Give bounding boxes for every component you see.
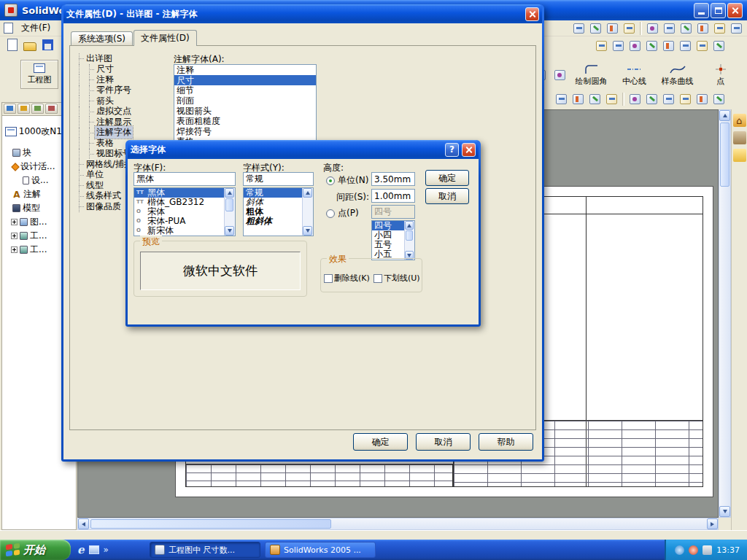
underline-checkbox[interactable] <box>374 274 382 283</box>
chevron-icon[interactable]: » <box>104 545 109 555</box>
font-list-scrollbar[interactable] <box>224 188 235 236</box>
toolbar-icon[interactable] <box>678 92 693 106</box>
volume-icon[interactable] <box>703 545 712 555</box>
open-icon[interactable] <box>23 42 36 51</box>
scroll-up-button[interactable] <box>303 188 312 198</box>
scroll-thumb[interactable] <box>406 230 413 241</box>
maximize-button[interactable] <box>711 3 726 18</box>
expand-icon[interactable] <box>11 233 18 239</box>
underline-label[interactable]: 下划线(U) <box>384 273 420 284</box>
tab-document-properties[interactable]: 文件属性(D) <box>133 30 197 46</box>
toolbar-icon[interactable] <box>554 92 569 106</box>
help-button[interactable]: 帮助 <box>479 433 533 451</box>
minimize-button[interactable] <box>694 3 709 18</box>
toolbar-icon[interactable] <box>644 92 659 106</box>
toolbar-icon[interactable] <box>627 92 643 106</box>
font-dialog-help-button[interactable]: ? <box>445 143 459 157</box>
list-item[interactable]: 剖面 <box>174 96 316 106</box>
font-dialog-close-button[interactable] <box>462 143 476 157</box>
horizontal-scrollbar[interactable] <box>77 518 719 530</box>
scroll-right-button[interactable] <box>707 518 718 529</box>
font-cancel-button[interactable]: 取消 <box>425 188 469 204</box>
internet-explorer-icon[interactable]: e <box>77 543 85 556</box>
toolbar-icon[interactable] <box>594 39 609 53</box>
toolbar-icon[interactable] <box>622 21 637 36</box>
height-unit-radio[interactable] <box>326 176 335 185</box>
toolbar-icon[interactable] <box>644 39 659 53</box>
tray-icon[interactable] <box>689 545 698 555</box>
list-item[interactable]: 视图箭头 <box>174 106 316 116</box>
list-item[interactable]: 焊接符号 <box>174 126 316 136</box>
menu-file[interactable]: 文件(F) <box>18 21 54 35</box>
vertical-scroll-thumb[interactable] <box>720 122 729 187</box>
toolbar-icon[interactable] <box>662 21 677 36</box>
configuration-tab[interactable] <box>31 104 44 114</box>
horizontal-scroll-thumb[interactable] <box>90 519 331 529</box>
toolbar-icon[interactable] <box>588 21 603 36</box>
sketch-fillet-button[interactable]: 绘制圆角 <box>572 61 611 89</box>
new-document-icon[interactable] <box>7 39 18 51</box>
ok-button[interactable]: 确定 <box>353 433 408 451</box>
list-item-selected[interactable]: 尺寸 <box>174 75 316 85</box>
toolbar-icon[interactable] <box>678 21 694 36</box>
toolbar-icon[interactable] <box>627 39 643 53</box>
toolbar-icon[interactable] <box>611 39 626 53</box>
toolbar-icon[interactable] <box>645 21 660 36</box>
scroll-up-button[interactable] <box>225 188 234 198</box>
vertical-scrollbar[interactable] <box>719 109 731 518</box>
toolbar-icon[interactable] <box>571 21 587 36</box>
expand-icon[interactable] <box>11 246 18 253</box>
unit-radio-label[interactable]: 单位(N) <box>338 174 368 187</box>
expand-icon[interactable] <box>11 219 18 225</box>
toolbar-icon[interactable] <box>661 92 676 106</box>
point-size-list[interactable]: 四号 小四 五号 小五 <box>371 220 415 260</box>
save-icon[interactable] <box>42 39 53 50</box>
tray-icon[interactable] <box>675 545 684 555</box>
start-button[interactable]: 开始 <box>0 540 71 560</box>
toolbar-icon[interactable] <box>570 92 586 106</box>
scroll-up-button[interactable] <box>719 110 730 121</box>
dimxpert-tab[interactable] <box>45 104 58 114</box>
toolbar-icon[interactable] <box>711 92 727 106</box>
design-library-icon[interactable] <box>733 131 746 144</box>
scroll-up-button[interactable] <box>405 221 414 230</box>
unit-value-input[interactable] <box>371 172 415 186</box>
task-button-solidworks[interactable]: SolidWorks 2005 ... <box>265 542 376 558</box>
points-radio[interactable] <box>326 209 335 218</box>
scroll-down-button[interactable] <box>303 226 312 236</box>
font-list[interactable]: TT黑体 TT楷体_GB2312 O宋体 O宋体-PUA O新宋体 <box>133 187 236 236</box>
toolbar-icon[interactable] <box>729 21 744 36</box>
strikeout-label[interactable]: 删除线(K) <box>334 273 370 284</box>
toolbar-icon[interactable] <box>678 39 693 53</box>
toolbar-icon[interactable] <box>694 92 710 106</box>
properties-close-button[interactable] <box>525 7 539 21</box>
point-list-scrollbar[interactable] <box>404 221 414 260</box>
scroll-down-button[interactable] <box>719 506 730 517</box>
toolbar-icon[interactable] <box>695 21 711 36</box>
spacing-input[interactable] <box>371 189 415 203</box>
toolbar-icon[interactable] <box>712 21 727 36</box>
font-style-input[interactable] <box>243 172 314 186</box>
toolbar-icon[interactable] <box>605 21 620 36</box>
strikeout-checkbox[interactable] <box>324 274 333 283</box>
home-icon[interactable]: ⌂ <box>733 114 746 127</box>
drawing-toolbar-button[interactable]: 工程图 <box>20 60 58 89</box>
points-radio-label[interactable]: 点(P) <box>338 207 359 219</box>
font-style-list[interactable]: 常规 斜体 粗体 粗斜体 <box>243 187 314 236</box>
tab-system-options[interactable]: 系统选项(S) <box>71 31 133 46</box>
file-explorer-icon[interactable] <box>733 149 746 162</box>
list-item[interactable]: 细节 <box>174 85 316 96</box>
toolbar-icon[interactable] <box>552 68 568 82</box>
list-item[interactable]: 注释 <box>174 65 316 75</box>
scroll-left-button[interactable] <box>78 518 89 529</box>
toolbar-icon[interactable] <box>711 39 727 53</box>
task-button-drawing[interactable]: 工程图中 尺寸数... <box>150 542 260 558</box>
toolbar-icon[interactable] <box>694 39 710 53</box>
scroll-down-button[interactable] <box>225 226 234 236</box>
centerline-button[interactable]: 中心线 <box>615 61 654 89</box>
cancel-button[interactable]: 取消 <box>416 433 471 451</box>
propertymanager-tab[interactable] <box>18 104 30 114</box>
scroll-thumb[interactable] <box>225 198 233 211</box>
toolbar-icon[interactable] <box>661 39 676 53</box>
font-ok-button[interactable]: 确定 <box>425 170 469 186</box>
